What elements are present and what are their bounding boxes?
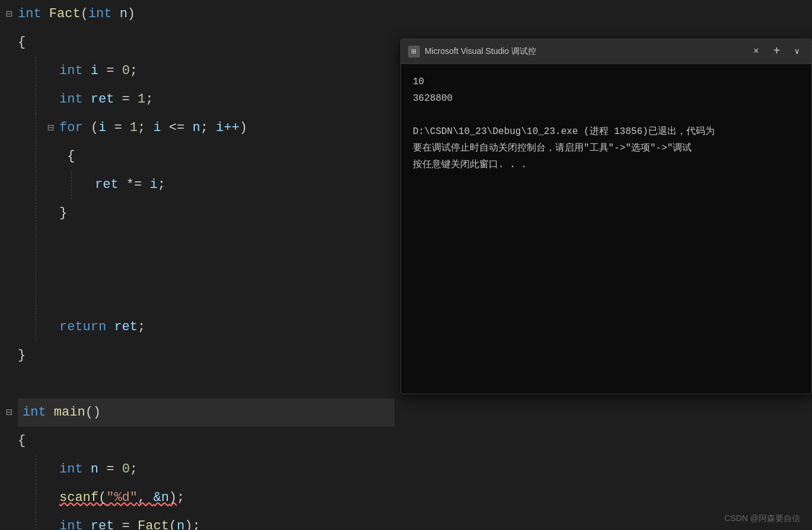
output-line-3: [413, 107, 800, 123]
output-line-5: 要在调试停止时自动关闭控制台，请启用"工具"->"选项"->"调试: [413, 140, 800, 157]
collapse-icon-1[interactable]: ⊟: [6, 0, 12, 28]
output-line-2: 3628800: [413, 90, 800, 107]
console-title: Microsoft Visual Studio 调试控: [425, 46, 744, 57]
code-line-3: int i = 0;: [18, 57, 394, 85]
collapse-icon-13[interactable]: ⊟: [6, 398, 12, 427]
debug-console: ⊞ Microsoft Visual Studio 调试控 × + ∨ 10 3…: [400, 39, 812, 394]
attribution: CSDN @阿森要自信: [724, 513, 800, 524]
code-line-6: {: [18, 142, 394, 171]
code-line-9: [18, 228, 394, 313]
code-editor: ⊟ int Fact(int n) { int i = 0; int ret =…: [0, 0, 400, 530]
code-line-10: return ret;: [18, 313, 394, 341]
code-line-7: ret *= i;: [18, 171, 394, 199]
vs-icon: ⊞: [408, 46, 420, 58]
console-titlebar: ⊞ Microsoft Visual Studio 调试控 × + ∨: [401, 39, 811, 64]
scanf-call: scanf("%d", &n): [59, 484, 177, 512]
code-line-1: ⊟ int Fact(int n): [18, 0, 394, 28]
function-fact: Fact: [49, 0, 81, 28]
code-line-15: int n = 0;: [18, 455, 394, 484]
code-line-16: scanf("%d", &n);: [18, 484, 394, 512]
output-line-4: D:\CSDN\10_23\Debug\10_23.exe (进程 13856)…: [413, 123, 800, 140]
code-line-8: }: [18, 199, 394, 228]
code-line-11: }: [18, 341, 394, 370]
code-line-12: [18, 370, 394, 398]
code-line-2: {: [18, 28, 394, 57]
output-line-6: 按任意键关闭此窗口. . .: [413, 157, 800, 173]
console-body: 10 3628800 D:\CSDN\10_23\Debug\10_23.exe…: [401, 64, 811, 394]
output-line-1: 10: [413, 74, 800, 90]
console-add-button[interactable]: +: [769, 42, 785, 60]
keyword-int: int: [18, 0, 49, 28]
console-chevron-button[interactable]: ∨: [790, 44, 804, 59]
code-line-17: int ret = Fact(n);: [18, 512, 394, 530]
code-line-4: int ret = 1;: [18, 85, 394, 114]
code-line-13: ⊟ int main(): [18, 398, 394, 427]
code-line-5: ⊟ for (i = 1; i <= n; i++): [18, 114, 394, 142]
console-close-button[interactable]: ×: [749, 44, 764, 59]
collapse-icon-5[interactable]: ⊟: [47, 114, 54, 142]
code-line-14: {: [18, 427, 394, 455]
code-content: ⊟ int Fact(int n) { int i = 0; int ret =…: [0, 0, 400, 530]
